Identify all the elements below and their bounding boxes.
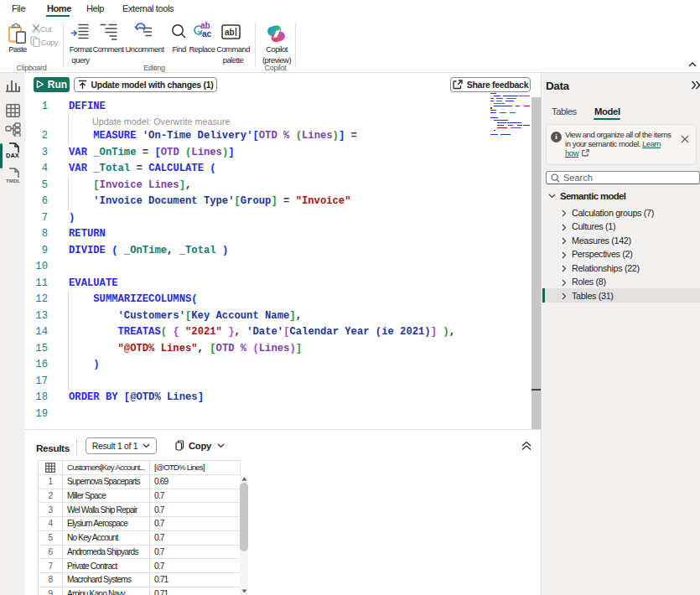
svg-text:ab: ab bbox=[225, 28, 235, 37]
svg-text:DAX: DAX bbox=[6, 152, 19, 159]
svg-text:TMDL: TMDL bbox=[6, 178, 20, 184]
